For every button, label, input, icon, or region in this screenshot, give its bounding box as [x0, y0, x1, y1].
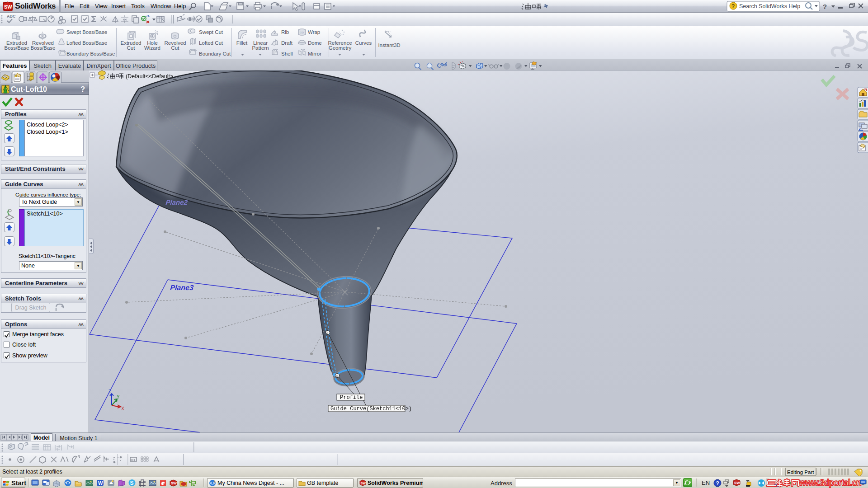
svg-text:(Default<<Default>_...: (Default<<Default>_... — [126, 73, 181, 80]
svg-text:SW: SW — [4, 4, 12, 9]
svg-text:Y: Y — [117, 394, 120, 399]
svg-text:Guide Curve(Sketch11<10>): Guide Curve(Sketch11<10>) — [330, 406, 412, 412]
svg-text:SolidWorks: SolidWorks — [15, 1, 56, 10]
svg-text:File: File — [65, 3, 74, 9]
svg-text:Tools: Tools — [131, 3, 145, 9]
svg-text:Help: Help — [174, 3, 186, 9]
svg-text:?: ? — [716, 480, 719, 487]
svg-text:Insert: Insert — [111, 3, 126, 9]
svg-text:Profile: Profile — [340, 394, 363, 401]
svg-text:GD: GD — [300, 31, 304, 34]
svg-text:Window: Window — [151, 3, 171, 9]
svg-text:SW: SW — [361, 482, 366, 485]
svg-text:X: X — [121, 406, 124, 411]
svg-text:S: S — [130, 480, 134, 486]
svg-text:Z: Z — [108, 389, 111, 394]
svg-text:W: W — [98, 480, 103, 486]
svg-text:Plane2: Plane2 — [165, 198, 189, 206]
svg-text:ABC: ABC — [7, 14, 16, 19]
svg-text:View: View — [95, 3, 108, 9]
svg-text:Plane3: Plane3 — [170, 283, 194, 291]
svg-text:Search SolidWorks Help: Search SolidWorks Help — [739, 3, 800, 9]
svg-text:Edit: Edit — [80, 3, 90, 9]
svg-text:?: ? — [731, 3, 735, 9]
svg-text:SW: SW — [171, 481, 177, 485]
svg-text:?: ? — [823, 3, 827, 10]
svg-text:www.3dportal.cn: www.3dportal.cn — [799, 478, 861, 488]
svg-text:e: e — [326, 331, 329, 335]
svg-text:e: e — [336, 374, 338, 378]
svg-text:SW: SW — [734, 481, 740, 485]
